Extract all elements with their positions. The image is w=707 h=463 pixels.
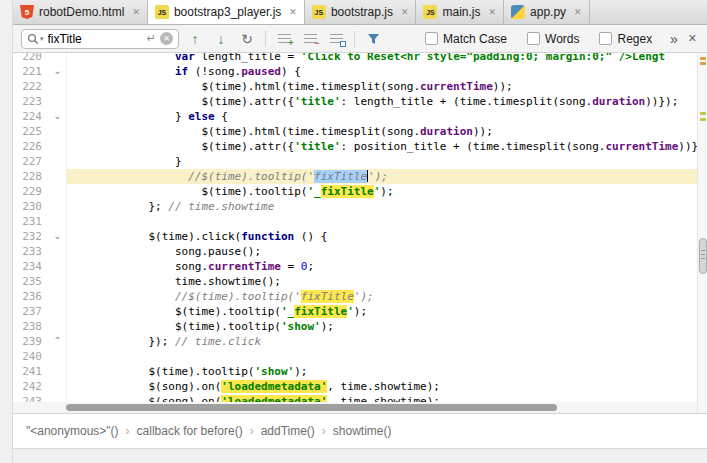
code-line-232[interactable]: 232⌄ $(time).click(function () {	[13, 229, 697, 244]
line-number[interactable]: 242	[13, 379, 49, 394]
breadcrumb-item[interactable]: showtime()	[328, 422, 397, 440]
code-line-242[interactable]: 242 $(song).on('loadedmetadata', time.sh…	[13, 379, 697, 394]
line-number[interactable]: 233	[13, 244, 49, 259]
words-checkbox[interactable]: Words	[527, 32, 579, 46]
line-number[interactable]: 228	[13, 169, 49, 184]
line-number[interactable]: 226	[13, 139, 49, 154]
scrollbar-stripe-mark[interactable]	[700, 62, 706, 65]
newline-icon[interactable]: ↵	[147, 32, 156, 45]
code-line-239[interactable]: 239⌃ }); // time.click	[13, 334, 697, 349]
code-line-225[interactable]: 225 $(time).html(time.timesplit(song.dur…	[13, 124, 697, 139]
code-line-241[interactable]: 241 $(time).tooltip('show');	[13, 364, 697, 379]
line-number[interactable]: 240	[13, 349, 49, 364]
previous-occurrence-button[interactable]: ↑	[185, 29, 205, 49]
search-icon[interactable]: ▾	[27, 33, 44, 45]
code-line-238[interactable]: 238 $(time).tooltip('show');	[13, 319, 697, 334]
line-number[interactable]: 223	[13, 94, 49, 109]
match-case-box[interactable]	[425, 32, 438, 45]
tab-app.py[interactable]: app.py✕	[504, 0, 590, 24]
breadcrumb-item[interactable]: addTime()	[256, 422, 320, 440]
line-number[interactable]: 220	[13, 53, 49, 64]
line-number[interactable]: 239	[13, 334, 49, 349]
search-input[interactable]: fixTitle	[48, 32, 143, 46]
close-tab-icon[interactable]: ✕	[401, 7, 409, 17]
code-text: //$(time).tooltip('fixTitle');	[67, 289, 697, 304]
horizontal-scrollbar-thumb[interactable]	[66, 404, 557, 411]
line-number[interactable]: 236	[13, 289, 49, 304]
tab-bootstrap3_player.js[interactable]: JSbootstrap3_player.js✕	[148, 0, 305, 24]
code-line-234[interactable]: 234 song.currentTime = 0;	[13, 259, 697, 274]
code-line-231[interactable]: 231	[13, 214, 697, 229]
unselect-occurrence-button[interactable]: −	[300, 29, 320, 49]
code-line-236[interactable]: 236 //$(time).tooltip('fixTitle');	[13, 289, 697, 304]
tab-bootstrap.js[interactable]: JSbootstrap.js✕	[305, 0, 417, 24]
clear-search-icon[interactable]: ✕	[160, 32, 173, 45]
editor[interactable]: 220 var length_title = 'Click to Reset<h…	[13, 53, 707, 413]
code-line-228[interactable]: 228 //$(time).tooltip('fixTitle');	[13, 169, 697, 184]
scrollbar-stripe-mark[interactable]	[700, 118, 706, 121]
fold-down-icon[interactable]: ⌄	[49, 109, 67, 124]
code-token: $(time).html(time.timesplit(song.	[201, 125, 420, 138]
line-number[interactable]: 234	[13, 259, 49, 274]
code-line-230[interactable]: 230 }; // time.showtime	[13, 199, 697, 214]
code-token: , time.showtime);	[327, 380, 440, 393]
find-all-button[interactable]: ↻	[237, 29, 257, 49]
code-line-229[interactable]: 229 $(time).tooltip('_fixTitle');	[13, 184, 697, 199]
code-line-235[interactable]: 235 time.showtime();	[13, 274, 697, 289]
line-number[interactable]: 238	[13, 319, 49, 334]
add-selection-occurrence-button[interactable]: +	[274, 29, 294, 49]
close-tab-icon[interactable]: ✕	[574, 7, 582, 17]
line-number[interactable]: 230	[13, 199, 49, 214]
regex-checkbox[interactable]: Regex	[599, 32, 652, 46]
code-line-237[interactable]: 237 $(time).tooltip('_fixTitle');	[13, 304, 697, 319]
line-number[interactable]: 232	[13, 229, 49, 244]
code-line-224[interactable]: 224⌄ } else {	[13, 109, 697, 124]
close-find-bar-icon[interactable]: ✕	[688, 32, 697, 45]
breadcrumb-item[interactable]: callback for before()	[132, 422, 248, 440]
code-line-220[interactable]: 220 var length_title = 'Click to Reset<h…	[13, 53, 697, 64]
close-tab-icon[interactable]: ✕	[132, 7, 140, 17]
fold-down-icon[interactable]: ⌄	[49, 229, 67, 244]
vertical-scrollbar-thumb[interactable]	[699, 238, 707, 274]
regex-box[interactable]	[599, 32, 612, 45]
search-history-chevron-icon[interactable]: ▾	[40, 35, 44, 43]
code-line-222[interactable]: 222 $(time).html(time.timesplit(song.cur…	[13, 79, 697, 94]
line-number[interactable]: 231	[13, 214, 49, 229]
next-occurrence-button[interactable]: ↓	[211, 29, 231, 49]
horizontal-scrollbar[interactable]	[13, 402, 697, 413]
line-number[interactable]: 224	[13, 109, 49, 124]
filter-search-results-button[interactable]	[363, 29, 383, 49]
search-field[interactable]: ▾ fixTitle ↵ ✕	[21, 29, 179, 49]
line-number[interactable]: 222	[13, 79, 49, 94]
words-box[interactable]	[527, 32, 540, 45]
code-line-227[interactable]: 227 }	[13, 154, 697, 169]
line-number[interactable]: 235	[13, 274, 49, 289]
line-number[interactable]: 221	[13, 64, 49, 79]
code-token: : length_title + (time.timesplit(song.	[341, 95, 593, 108]
select-all-occurrences-button[interactable]	[326, 29, 346, 49]
line-number[interactable]: 237	[13, 304, 49, 319]
code-line-233[interactable]: 233 song.pause();	[13, 244, 697, 259]
warning-highlight: 'loadedmetadata'	[221, 380, 327, 393]
fold-up-icon[interactable]: ⌃	[49, 334, 67, 349]
code-line-223[interactable]: 223 $(time).attr({'title': length_title …	[13, 94, 697, 109]
fold-down-icon[interactable]: ⌄	[49, 64, 67, 79]
code-area[interactable]: 220 var length_title = 'Click to Reset<h…	[13, 53, 697, 409]
close-tab-icon[interactable]: ✕	[488, 7, 496, 17]
code-line-221[interactable]: 221⌄ if (!song.paused) {	[13, 64, 697, 79]
line-number[interactable]: 227	[13, 154, 49, 169]
tab-robotDemo.html[interactable]: 5robotDemo.html✕	[13, 0, 148, 24]
close-tab-icon[interactable]: ✕	[289, 7, 297, 17]
vertical-scrollbar[interactable]	[697, 53, 707, 413]
scrollbar-stripe-mark[interactable]	[700, 112, 706, 115]
code-line-240[interactable]: 240	[13, 349, 697, 364]
line-number[interactable]: 229	[13, 184, 49, 199]
tab-main.js[interactable]: JSmain.js✕	[416, 0, 504, 24]
scrollbar-stripe-mark[interactable]	[700, 57, 706, 60]
more-options-icon[interactable]: »	[670, 31, 678, 47]
breadcrumb-item[interactable]: "<anonymous>"()	[21, 422, 124, 440]
line-number[interactable]: 225	[13, 124, 49, 139]
line-number[interactable]: 241	[13, 364, 49, 379]
match-case-checkbox[interactable]: Match Case	[425, 32, 507, 46]
code-line-226[interactable]: 226 $(time).attr({'title': position_titl…	[13, 139, 697, 154]
